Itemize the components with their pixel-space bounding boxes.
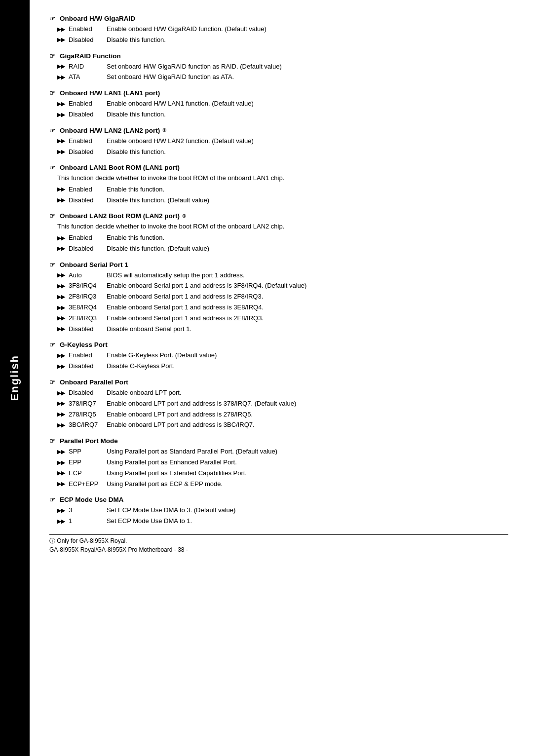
bullet-icon: ▶▶ <box>57 506 65 515</box>
option-key: ▶▶ATA <box>57 72 107 82</box>
sidebar: English <box>0 0 30 756</box>
option-key-text: Enabled <box>69 350 92 361</box>
option-key-text: Disabled <box>69 110 94 120</box>
section-title-onboard-lan1: ☞Onboard H/W LAN1 (LAN1 port) <box>49 89 508 97</box>
section-title-onboard-lan1-boot: ☞Onboard LAN1 Boot ROM (LAN1 port) <box>49 164 508 171</box>
option-value: Using Parallel port as Standard Parallel… <box>107 447 508 457</box>
option-key: ▶▶2F8/IRQ3 <box>57 292 107 302</box>
option-value: Enable onboard Serial port 1 and address… <box>107 313 508 324</box>
section-title-text-onboard-lan1: Onboard H/W LAN1 (LAN1 port) <box>60 89 160 97</box>
option-key-text: Disabled <box>69 35 94 45</box>
option-row: ▶▶DisabledDisable G-Keyless Port. <box>57 361 508 372</box>
option-row: ▶▶EnabledEnable G-Keyless Port. (Default… <box>57 350 508 361</box>
option-value: Set ECP Mode Use DMA to 3. (Default valu… <box>107 505 508 516</box>
option-key-text: Enabled <box>69 136 92 147</box>
bullet-icon: ▶▶ <box>57 314 65 323</box>
bullet-icon: ▶▶ <box>57 517 65 526</box>
option-value: Using Parallel port as Enhanced Parallel… <box>107 457 508 468</box>
option-key-text: 3BC/IRQ7 <box>69 420 98 430</box>
option-value: Enable this function. <box>107 185 508 195</box>
bullet-icon: ▶▶ <box>57 25 65 34</box>
bullet-icon: ▶▶ <box>57 325 65 334</box>
bullet-icon: ▶▶ <box>57 410 65 419</box>
option-value: Disable this function. <box>107 147 508 157</box>
option-row: ▶▶EnabledEnable onboard H/W LAN2 functio… <box>57 136 508 147</box>
section-superscript-onboard-lan2-boot: ① <box>182 214 186 219</box>
option-key-text: 3F8/IRQ4 <box>69 281 96 291</box>
option-row: ▶▶3BC/IRQ7Enable onboard LPT port and ad… <box>57 420 508 430</box>
option-key: ▶▶Disabled <box>57 110 107 120</box>
option-row: ▶▶378/IRQ7Enable onboard LPT port and ad… <box>57 399 508 409</box>
option-value: BIOS will automatically setup the port 1… <box>107 270 508 281</box>
option-value: Set onboard H/W GigaRAID function as RAI… <box>107 62 508 72</box>
option-row: ▶▶DisabledDisable this function. (Defaul… <box>57 244 508 254</box>
option-row: ▶▶DisabledDisable this function. <box>57 35 508 45</box>
option-key: ▶▶Enabled <box>57 24 107 35</box>
option-row: ▶▶ATASet onboard H/W GigaRAID function a… <box>57 72 508 82</box>
bullet-icon: ▶▶ <box>57 111 65 119</box>
option-key-text: Enabled <box>69 185 92 195</box>
bullet-icon: ▶▶ <box>57 62 65 71</box>
option-row: ▶▶DisabledDisable this function. (Defaul… <box>57 195 508 206</box>
bullet-icon: ▶▶ <box>57 448 65 456</box>
option-key-text: ATA <box>69 72 80 82</box>
option-key: ▶▶Enabled <box>57 233 107 243</box>
bullet-icon: ▶▶ <box>57 480 65 489</box>
section-onboard-lan2: ☞Onboard H/W LAN2 (LAN2 port)①▶▶EnabledE… <box>49 127 508 157</box>
option-value: Enable onboard LPT port and address is 3… <box>107 399 508 409</box>
option-value: Using Parallel port as ECP & EPP mode. <box>107 479 508 490</box>
section-title-onboard-lan2-boot: ☞Onboard LAN2 Boot ROM (LAN2 port)① <box>49 212 508 220</box>
option-row: ▶▶3Set ECP Mode Use DMA to 3. (Default v… <box>57 505 508 516</box>
section-title-text-onboard-hw-gigaraid: Onboard H/W GigaRAID <box>60 15 135 22</box>
option-row: ▶▶EnabledEnable onboard H/W LAN1 functio… <box>57 99 508 109</box>
section-g-keyless-port: ☞G-Keyless Port▶▶EnabledEnable G-Keyless… <box>49 341 508 372</box>
option-key: ▶▶3E8/IRQ4 <box>57 302 107 313</box>
option-row: ▶▶2E8/IRQ3Enable onboard Serial port 1 a… <box>57 313 508 324</box>
option-key: ▶▶Disabled <box>57 388 107 398</box>
option-value: Disable this function. <box>107 110 508 120</box>
section-icon-onboard-lan1: ☞ <box>49 89 55 97</box>
option-value: Enable onboard H/W LAN2 function. (Defau… <box>107 136 508 147</box>
section-title-text-ecp-mode-use-dma: ECP Mode Use DMA <box>60 496 124 503</box>
footer-bottom: GA-8I955X Royal/GA-8I955X Pro Motherboar… <box>49 546 508 553</box>
option-key: ▶▶Enabled <box>57 185 107 195</box>
section-title-ecp-mode-use-dma: ☞ECP Mode Use DMA <box>49 496 508 503</box>
option-value: Enable this function. <box>107 233 508 243</box>
section-title-text-onboard-serial-port-1: Onboard Serial Port 1 <box>60 261 128 268</box>
section-title-onboard-serial-port-1: ☞Onboard Serial Port 1 <box>49 261 508 268</box>
option-key-text: Enabled <box>69 99 92 109</box>
section-title-onboard-lan2: ☞Onboard H/W LAN2 (LAN2 port)① <box>49 127 508 134</box>
option-value: Enable onboard H/W GigaRAID function. (D… <box>107 24 508 35</box>
bullet-icon: ▶▶ <box>57 458 65 467</box>
option-key-text: 1 <box>69 516 72 527</box>
option-key-text: Auto <box>69 270 82 281</box>
option-key: ▶▶Auto <box>57 270 107 281</box>
option-key: ▶▶Disabled <box>57 35 107 45</box>
option-value: Enable onboard Serial port 1 and address… <box>107 281 508 291</box>
option-row: ▶▶AutoBIOS will automatically setup the … <box>57 270 508 281</box>
section-ecp-mode-use-dma: ☞ECP Mode Use DMA▶▶3Set ECP Mode Use DMA… <box>49 496 508 527</box>
option-key: ▶▶Enabled <box>57 99 107 109</box>
bullet-icon: ▶▶ <box>57 148 65 156</box>
option-key: ▶▶378/IRQ7 <box>57 399 107 409</box>
option-key-text: Enabled <box>69 233 92 243</box>
section-onboard-lan2-boot: ☞Onboard LAN2 Boot ROM (LAN2 port)①This … <box>49 212 508 254</box>
option-key: ▶▶EPP <box>57 457 107 468</box>
section-icon-ecp-mode-use-dma: ☞ <box>49 496 55 503</box>
option-row: ▶▶DisabledDisable this function. <box>57 110 508 120</box>
bullet-icon: ▶▶ <box>57 293 65 302</box>
option-key: ▶▶Enabled <box>57 136 107 147</box>
bullet-icon: ▶▶ <box>57 399 65 408</box>
option-key: ▶▶RAID <box>57 62 107 72</box>
option-key-text: 278/IRQ5 <box>69 410 96 420</box>
section-icon-gigaraid-function: ☞ <box>49 52 55 60</box>
option-value: Disable onboard LPT port. <box>107 388 508 398</box>
section-parallel-port-mode: ☞Parallel Port Mode▶▶SPPUsing Parallel p… <box>49 437 508 489</box>
option-value: Using Parallel port as Extended Capabili… <box>107 468 508 479</box>
option-row: ▶▶ECP+EPPUsing Parallel port as ECP & EP… <box>57 479 508 490</box>
option-value: Enable onboard Serial port 1 and address… <box>107 302 508 313</box>
option-key: ▶▶278/IRQ5 <box>57 410 107 420</box>
bullet-icon: ▶▶ <box>57 469 65 478</box>
bullet-icon: ▶▶ <box>57 234 65 243</box>
bullet-icon: ▶▶ <box>57 100 65 109</box>
